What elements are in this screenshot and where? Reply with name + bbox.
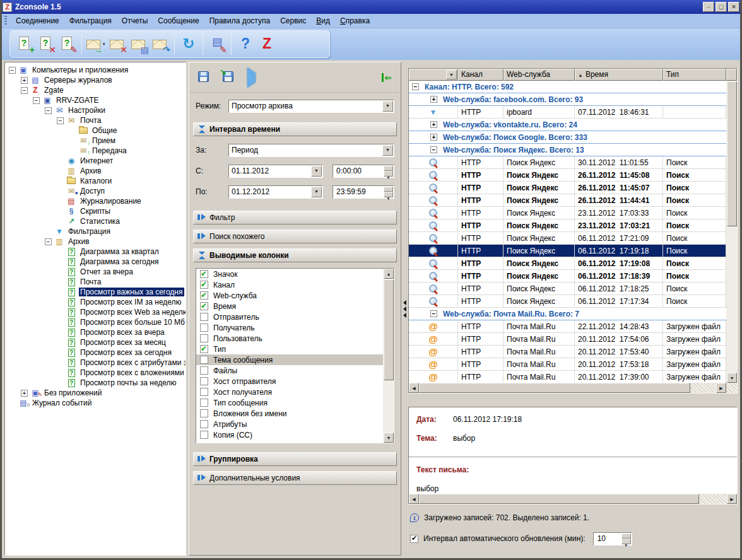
scroll-thumb[interactable] (384, 279, 394, 380)
tree-item[interactable]: ↗Статистика (5, 216, 186, 226)
section-extra-conditions[interactable]: Дополнительные условия (193, 471, 397, 485)
tree-item[interactable]: ?Просмотр всех с атрибутами за (5, 358, 186, 368)
autorefresh-checkbox[interactable] (410, 535, 418, 543)
spin-down-icon[interactable] (621, 539, 631, 544)
scroll-thumb[interactable] (727, 81, 737, 226)
about-zgate-button[interactable]: Z (256, 33, 278, 55)
result-row[interactable]: HTTPПоиск Яндекс06.11.2012 17:17:34Поиск (409, 295, 726, 308)
unchecked-checkbox[interactable] (200, 313, 208, 321)
tree-item[interactable]: ?Отчет за вчера (5, 267, 186, 277)
tree-item[interactable]: ▤Серверы журналов (5, 75, 186, 85)
tree-item[interactable]: ▤Журналирование (5, 196, 186, 206)
scroll-track[interactable] (690, 383, 716, 393)
column-option[interactable]: Тип (196, 344, 383, 354)
edit-query-button[interactable]: ?✎ (57, 33, 78, 55)
unchecked-checkbox[interactable] (200, 420, 208, 428)
column-option[interactable]: Пользователь (196, 333, 383, 344)
tree-expand-icon[interactable] (21, 87, 28, 94)
menu-item[interactable]: Сообщение (153, 15, 204, 26)
column-option[interactable]: Время (196, 301, 383, 312)
new-query-button[interactable]: ?+ (14, 33, 35, 55)
scroll-right-icon[interactable] (727, 494, 737, 504)
checked-checkbox[interactable] (200, 291, 208, 300)
help-button[interactable]: ? (235, 33, 256, 55)
tree-item[interactable]: ▣✎Без приложений (5, 388, 186, 398)
unchecked-checkbox[interactable] (200, 377, 208, 385)
panel-splitter[interactable] (401, 62, 408, 556)
column-header[interactable]: Время (575, 69, 663, 81)
maximize-button[interactable] (716, 2, 727, 12)
spin-down-icon[interactable] (384, 192, 393, 197)
tree-expand-icon[interactable] (45, 238, 52, 245)
scroll-track[interactable] (699, 494, 727, 504)
unchecked-checkbox[interactable] (200, 409, 208, 417)
minimize-button[interactable] (703, 2, 714, 12)
group-expand-icon[interactable] (430, 121, 437, 128)
checked-checkbox[interactable] (200, 270, 208, 278)
tree-item[interactable]: ?Диаграмма за сегодня (5, 257, 186, 267)
column-option[interactable]: Копия (CC) (196, 429, 383, 440)
save-button[interactable] (198, 71, 209, 84)
result-row[interactable]: HTTPПоиск Яндекс06.11.2012 17:18:39Поиск (409, 270, 726, 283)
tree-item[interactable]: ZZgate (5, 85, 186, 95)
column-header[interactable] (409, 69, 458, 81)
tree-item[interactable]: ✉Настройки (5, 105, 186, 115)
column-header[interactable]: Web-служба (504, 69, 575, 81)
section-grouping[interactable]: Группировка (193, 452, 397, 466)
collapse-panel-button[interactable] (382, 73, 392, 82)
group-row[interactable]: Web-служба: facebook.com. Всего: 93 (409, 93, 726, 106)
tree-item[interactable]: ?Просмотр всех с вложениями з (5, 368, 186, 378)
menu-item[interactable]: Соединение (11, 15, 64, 26)
result-row[interactable]: HTTPПоиск Яндекс30.11.2012 11:01:55Поиск (409, 156, 726, 169)
tree-item[interactable]: ✉●Доступ (5, 186, 186, 196)
group-row[interactable]: Web-служба: vkontakte.ru. Всего: 24 (409, 119, 726, 131)
result-row[interactable]: HTTPПоиск Яндекс23.11.2012 17:03:33Поиск (409, 207, 726, 219)
tree-item[interactable]: ?Диаграмма за квартал (5, 247, 186, 257)
scroll-right-icon[interactable] (716, 383, 726, 393)
group-expand-icon[interactable] (430, 146, 437, 153)
chevron-down-icon[interactable] (311, 187, 322, 197)
result-row[interactable]: @HTTPПочта Mail.Ru22.11.2012 14:28:43Заг… (409, 320, 726, 333)
unchecked-checkbox[interactable] (200, 388, 208, 396)
group-row[interactable]: Web-служба: Поиск Google. Всего: 333 (409, 131, 726, 144)
result-row[interactable]: HTTPПоиск Яндекс06.11.2012 17:21:09Поиск (409, 232, 726, 245)
column-option[interactable]: Web-служба (196, 290, 383, 301)
tree-item[interactable]: ✉↓Прием (5, 136, 186, 146)
to-date-field[interactable]: 01.12.2012 (228, 185, 323, 199)
unchecked-checkbox[interactable] (200, 399, 208, 407)
group-row[interactable]: Web-служба: Почта Mail.Ru. Всего: 7 (409, 308, 726, 320)
unchecked-checkbox[interactable] (200, 324, 208, 332)
tree-item[interactable]: ?Просмотр всех больше 10 Мб (5, 317, 186, 327)
time-spinner[interactable] (384, 166, 393, 177)
chevron-down-icon[interactable] (311, 166, 322, 177)
result-row[interactable]: HTTPПоиск Яндекс23.11.2012 17:03:21Поиск (409, 219, 726, 232)
tree-expand-icon[interactable] (45, 107, 52, 114)
tree-item[interactable]: ?Просмотр всех за вчера (5, 327, 186, 337)
tree-item[interactable]: ✉↑Передача (5, 146, 186, 156)
tree-expand-icon[interactable] (9, 67, 16, 74)
interval-spinner[interactable] (621, 534, 631, 544)
close-button[interactable] (728, 2, 739, 12)
tree-item[interactable]: ▼Фильтрация (5, 226, 186, 236)
result-row[interactable]: @HTTPПочта Mail.Ru20.11.2012 17:54:06Заг… (409, 333, 726, 346)
tree-item[interactable]: ?Просмотр важных за сегодня (5, 287, 186, 297)
autorefresh-interval-field[interactable]: 10 (593, 532, 632, 545)
column-option[interactable]: Канал (196, 279, 383, 290)
result-row[interactable]: HTTPПоиск Яндекс26.11.2012 11:45:08Поиск (409, 169, 726, 182)
menu-item[interactable]: Сервис (275, 15, 311, 26)
tree-item[interactable]: Общие (5, 125, 186, 136)
scroll-down-icon[interactable] (727, 373, 737, 383)
result-row[interactable]: @HTTPПочта Mail.Ru20.11.2012 17:53:40Заг… (409, 346, 726, 358)
spin-up-icon[interactable] (621, 534, 631, 539)
tree-item[interactable]: ?Просмотр всех за сегодня (5, 347, 186, 358)
column-option[interactable]: Хост получателя (196, 387, 383, 397)
tree-item[interactable]: ▤○Журнал событий (5, 398, 186, 408)
tree-item[interactable]: ?Просмотр всех Web за неделю (5, 307, 186, 317)
checked-checkbox[interactable] (200, 281, 208, 289)
result-row[interactable]: HTTPПоиск Яндекс26.11.2012 11:45:07Поиск (409, 182, 726, 194)
group-expand-icon[interactable] (430, 310, 437, 317)
result-row[interactable]: ▼HTTPipboard07.11.2012 18:46:31 (409, 106, 726, 119)
column-option[interactable]: Атрибуты (196, 419, 383, 429)
from-date-field[interactable]: 01.11.2012 (228, 165, 323, 178)
tree-item[interactable]: ?Просмотр всех IM за неделю (5, 297, 186, 307)
